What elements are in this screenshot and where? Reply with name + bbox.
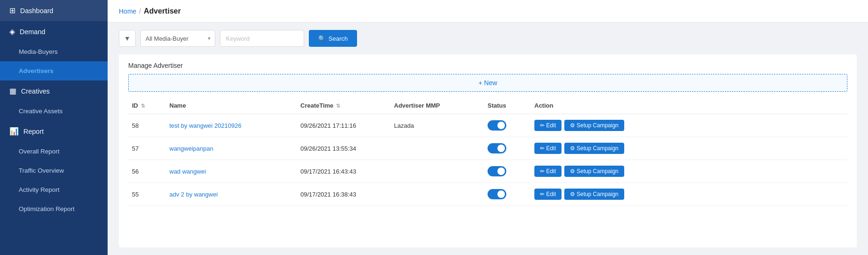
col-header-createtime[interactable]: CreateTime ⇅ — [297, 97, 390, 114]
table-header-row: ID ⇅ Name CreateTime ⇅ Advertiser MMP St… — [128, 97, 847, 114]
sidebar-item-demand[interactable]: ◈ Demand — [0, 21, 108, 42]
sidebar-label-creative-assets: Creative Assets — [19, 108, 63, 115]
cell-status-2 — [484, 160, 531, 183]
edit-button-2[interactable]: ✏ Edit — [534, 166, 562, 177]
demand-icon: ◈ — [9, 27, 15, 36]
setup-campaign-button-3[interactable]: ⚙ Setup Campaign — [564, 189, 624, 200]
table-row: 57 wangweipanpan 09/26/2021 13:55:34 ✏ E… — [128, 137, 847, 160]
sidebar-item-overall-report[interactable]: Overall Report — [0, 142, 108, 161]
search-label: Search — [328, 35, 348, 42]
advertiser-link-1[interactable]: wangweipanpan — [169, 145, 213, 152]
search-button[interactable]: 🔍 Search — [309, 30, 357, 47]
sidebar-label-activity-report: Activity Report — [19, 186, 59, 193]
sidebar-item-dashboard[interactable]: ⊞ Dashboard — [0, 0, 108, 21]
report-icon: 📊 — [9, 127, 19, 136]
sidebar-label-dashboard: Dashboard — [20, 7, 53, 15]
edit-button-1[interactable]: ✏ Edit — [534, 143, 562, 154]
edit-button-3[interactable]: ✏ Edit — [534, 189, 562, 200]
cell-status-0 — [484, 114, 531, 137]
cell-name-2: wad wangwei — [166, 160, 297, 183]
status-toggle-3[interactable] — [488, 189, 506, 199]
sort-icon-createtime: ⇅ — [336, 103, 340, 109]
cell-createtime-2: 09/17/2021 16:43:43 — [297, 160, 390, 183]
col-header-id[interactable]: ID ⇅ — [128, 97, 166, 114]
search-icon: 🔍 — [318, 35, 326, 42]
action-buttons-2: ✏ Edit ⚙ Setup Campaign — [534, 166, 844, 177]
section-title: Manage Advertiser — [119, 54, 857, 74]
sidebar-label-optimization-report: Optimization Report — [19, 205, 74, 212]
filter-bar: ▼ All Media-Buyer 🔍 Search — [108, 22, 868, 54]
toggle-slider-0 — [488, 120, 506, 131]
advertiser-link-3[interactable]: adv 2 by wangwei — [169, 191, 218, 198]
content-panel: Manage Advertiser + New ID ⇅ Name Create… — [119, 54, 857, 248]
cell-mmp-2 — [390, 160, 484, 183]
breadcrumb-separator: / — [139, 7, 141, 15]
sidebar-item-creatives[interactable]: ▦ Creatives — [0, 80, 108, 102]
table-row: 58 test by wangwei 20210926 09/26/2021 1… — [128, 114, 847, 137]
col-header-status: Status — [484, 97, 531, 114]
new-button[interactable]: + New — [128, 74, 847, 92]
breadcrumb-current: Advertiser — [144, 7, 181, 15]
status-toggle-1[interactable] — [488, 143, 506, 153]
keyword-input[interactable] — [220, 30, 304, 47]
cell-status-1 — [484, 137, 531, 160]
cell-mmp-3 — [390, 183, 484, 206]
toggle-slider-2 — [488, 166, 506, 176]
setup-campaign-button-1[interactable]: ⚙ Setup Campaign — [564, 143, 624, 154]
setup-campaign-button-0[interactable]: ⚙ Setup Campaign — [564, 120, 624, 131]
dashboard-icon: ⊞ — [9, 6, 15, 15]
breadcrumb-home[interactable]: Home — [119, 7, 136, 15]
cell-name-3: adv 2 by wangwei — [166, 183, 297, 206]
sidebar-label-traffic-overview: Traffic Overview — [19, 167, 64, 174]
setup-campaign-button-2[interactable]: ⚙ Setup Campaign — [564, 166, 624, 177]
table-row: 56 wad wangwei 09/17/2021 16:43:43 ✏ Edi… — [128, 160, 847, 183]
sidebar-item-media-buyers[interactable]: Media-Buyers — [0, 42, 108, 61]
media-buyer-select-wrapper: All Media-Buyer — [140, 30, 215, 47]
advertiser-link-0[interactable]: test by wangwei 20210926 — [169, 122, 241, 129]
creatives-icon: ▦ — [9, 87, 16, 95]
new-button-label: + New — [478, 79, 497, 87]
filter-button[interactable]: ▼ — [119, 30, 136, 47]
advertiser-table: ID ⇅ Name CreateTime ⇅ Advertiser MMP St… — [128, 97, 847, 206]
sidebar-item-report[interactable]: 📊 Report — [0, 121, 108, 142]
sidebar-label-creatives: Creatives — [21, 87, 50, 95]
cell-id-3: 55 — [128, 183, 166, 206]
sidebar-item-optimization-report[interactable]: Optimization Report — [0, 199, 108, 219]
cell-mmp-1 — [390, 137, 484, 160]
sidebar-item-traffic-overview[interactable]: Traffic Overview — [0, 161, 108, 180]
toggle-slider-1 — [488, 143, 506, 153]
sidebar-label-overall-report: Overall Report — [19, 148, 59, 155]
sidebar-label-advertisers: Advertisers — [19, 67, 53, 74]
cell-action-2: ✏ Edit ⚙ Setup Campaign — [531, 160, 847, 183]
action-buttons-1: ✏ Edit ⚙ Setup Campaign — [534, 143, 844, 154]
sidebar-label-media-buyers: Media-Buyers — [19, 48, 58, 55]
cell-createtime-3: 09/17/2021 16:38:43 — [297, 183, 390, 206]
table-row: 55 adv 2 by wangwei 09/17/2021 16:38:43 … — [128, 183, 847, 206]
main-area: Home / Advertiser ▼ All Media-Buyer 🔍 Se… — [108, 0, 868, 255]
sidebar-label-report: Report — [23, 128, 44, 135]
col-header-name: Name — [166, 97, 297, 114]
cell-action-1: ✏ Edit ⚙ Setup Campaign — [531, 137, 847, 160]
cell-name-0: test by wangwei 20210926 — [166, 114, 297, 137]
sidebar-item-activity-report[interactable]: Activity Report — [0, 180, 108, 199]
filter-icon: ▼ — [124, 35, 131, 42]
sidebar-item-advertisers[interactable]: Advertisers — [0, 61, 108, 80]
breadcrumb: Home / Advertiser — [108, 0, 868, 22]
cell-id-2: 56 — [128, 160, 166, 183]
advertiser-link-2[interactable]: wad wangwei — [169, 168, 206, 175]
edit-button-0[interactable]: ✏ Edit — [534, 120, 562, 131]
cell-action-3: ✏ Edit ⚙ Setup Campaign — [531, 183, 847, 206]
cell-action-0: ✏ Edit ⚙ Setup Campaign — [531, 114, 847, 137]
cell-createtime-1: 09/26/2021 13:55:34 — [297, 137, 390, 160]
cell-id-1: 57 — [128, 137, 166, 160]
cell-status-3 — [484, 183, 531, 206]
status-toggle-2[interactable] — [488, 166, 506, 176]
sidebar-label-demand: Demand — [20, 28, 45, 36]
status-toggle-0[interactable] — [488, 120, 506, 131]
media-buyer-select[interactable]: All Media-Buyer — [140, 30, 215, 47]
table-wrapper: ID ⇅ Name CreateTime ⇅ Advertiser MMP St… — [119, 97, 857, 248]
sidebar: ⊞ Dashboard ◈ Demand Media-Buyers Advert… — [0, 0, 108, 255]
sidebar-item-creative-assets[interactable]: Creative Assets — [0, 102, 108, 121]
action-buttons-3: ✏ Edit ⚙ Setup Campaign — [534, 189, 844, 200]
col-header-action: Action — [531, 97, 847, 114]
